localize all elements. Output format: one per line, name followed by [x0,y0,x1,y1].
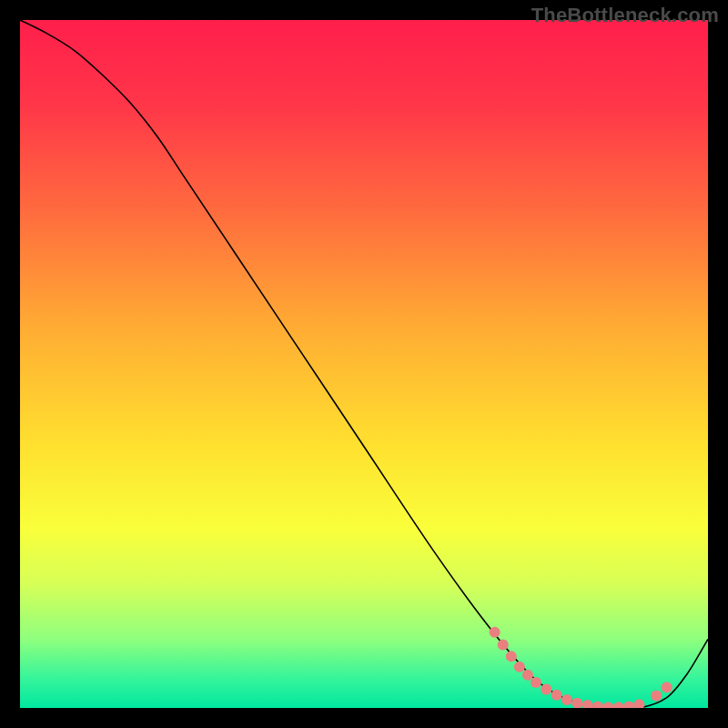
watermark-text: TheBottleneck.com [531,4,719,27]
marker-dot [514,662,525,672]
gradient-background [20,20,708,708]
marker-dot [561,694,572,705]
marker-dot [498,639,509,650]
plot-area [20,20,708,708]
chart-stage: TheBottleneck.com [0,0,728,728]
marker-dot [551,690,562,701]
marker-dot [531,677,541,688]
marker-dot [490,627,500,638]
marker-dot [506,651,517,662]
marker-dot [522,670,533,681]
chart-svg [20,20,708,708]
marker-dot [651,690,662,701]
marker-dot [662,682,672,693]
marker-dot [541,684,551,695]
